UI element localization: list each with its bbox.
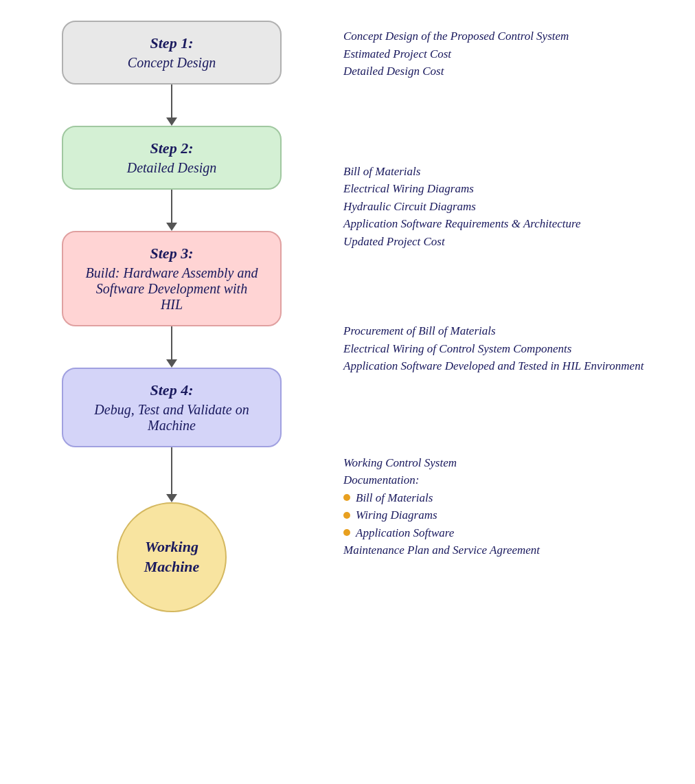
- arrow-1-line: [171, 85, 172, 117]
- section1-item-0: Concept Design of the Proposed Control S…: [343, 27, 695, 45]
- section2-item-3: Application Software Requirements & Arch…: [343, 215, 695, 233]
- step1-desc: Concept Design: [84, 55, 260, 71]
- arrow-3-head: [166, 359, 177, 368]
- section4-item-3: Wiring Diagrams: [343, 506, 695, 524]
- section4-item-0: Working Control System: [343, 454, 695, 472]
- right-column: Concept Design of the Proposed Control S…: [323, 14, 695, 612]
- arrow-3-line: [171, 326, 172, 359]
- section4-item-4-text: Application Software: [356, 524, 454, 542]
- spacer-2-3: [343, 250, 695, 322]
- section2-item-0: Bill of Materials: [343, 163, 695, 181]
- section4-item-3-text: Wiring Diagrams: [356, 506, 437, 524]
- section4-item-2: Bill of Materials: [343, 489, 695, 507]
- step4-box: Step 4: Debug, Test and Validate on Mach…: [62, 368, 282, 447]
- section4-item-2-text: Bill of Materials: [356, 489, 433, 507]
- section3-item-1: Electrical Wiring of Control System Comp…: [343, 340, 695, 358]
- step2-box: Step 2: Detailed Design: [62, 126, 282, 190]
- section2-item-1: Electrical Wiring Diagrams: [343, 180, 695, 198]
- working-machine-circle: WorkingMachine: [117, 502, 227, 612]
- bullet-dot-2: [343, 529, 350, 536]
- section1-item-2: Detailed Design Cost: [343, 63, 695, 80]
- arrow-4-line: [171, 447, 172, 494]
- left-column: Step 1: Concept Design Step 2: Detailed …: [21, 14, 323, 612]
- arrow-2: [166, 190, 177, 231]
- section4-item-5: Maintenance Plan and Service Agreement: [343, 541, 695, 559]
- step2-desc: Detailed Design: [84, 160, 260, 176]
- step2-label: Step 2:: [84, 139, 260, 157]
- arrow-3: [166, 326, 177, 368]
- bullet-dot-0: [343, 494, 350, 501]
- step4-label: Step 4:: [84, 381, 260, 399]
- right-section-4: Working Control System Documentation: Bi…: [343, 454, 695, 559]
- diagram-container: Step 1: Concept Design Step 2: Detailed …: [0, 0, 695, 626]
- bullet-dot-1: [343, 512, 350, 519]
- section3-item-0: Procurement of Bill of Materials: [343, 322, 695, 340]
- step3-label: Step 3:: [84, 245, 260, 262]
- arrow-4-head: [166, 494, 177, 502]
- right-section-1: Concept Design of the Proposed Control S…: [343, 27, 695, 80]
- arrow-1-head: [166, 117, 177, 126]
- right-section-2: Bill of Materials Electrical Wiring Diag…: [343, 163, 695, 251]
- step3-box: Step 3: Build: Hardware Assembly and Sof…: [62, 231, 282, 326]
- arrow-4: [166, 447, 177, 502]
- section2-item-4: Updated Project Cost: [343, 233, 695, 251]
- step4-desc: Debug, Test and Validate on Machine: [84, 402, 260, 434]
- arrow-2-head: [166, 223, 177, 231]
- step1-box: Step 1: Concept Design: [62, 21, 282, 85]
- section4-item-4: Application Software: [343, 524, 695, 542]
- right-section-3: Procurement of Bill of Materials Electri…: [343, 322, 695, 375]
- working-machine-text: WorkingMachine: [144, 537, 200, 576]
- section3-item-2: Application Software Developed and Teste…: [343, 357, 695, 375]
- arrow-1: [166, 85, 177, 126]
- section4-item-1: Documentation:: [343, 471, 695, 489]
- spacer-1-2: [343, 80, 695, 163]
- section1-item-1: Estimated Project Cost: [343, 45, 695, 63]
- step1-label: Step 1:: [84, 34, 260, 52]
- section2-item-2: Hydraulic Circuit Diagrams: [343, 198, 695, 216]
- spacer-3-4: [343, 375, 695, 454]
- arrow-2-line: [171, 190, 172, 223]
- step3-desc: Build: Hardware Assembly and Software De…: [84, 265, 260, 313]
